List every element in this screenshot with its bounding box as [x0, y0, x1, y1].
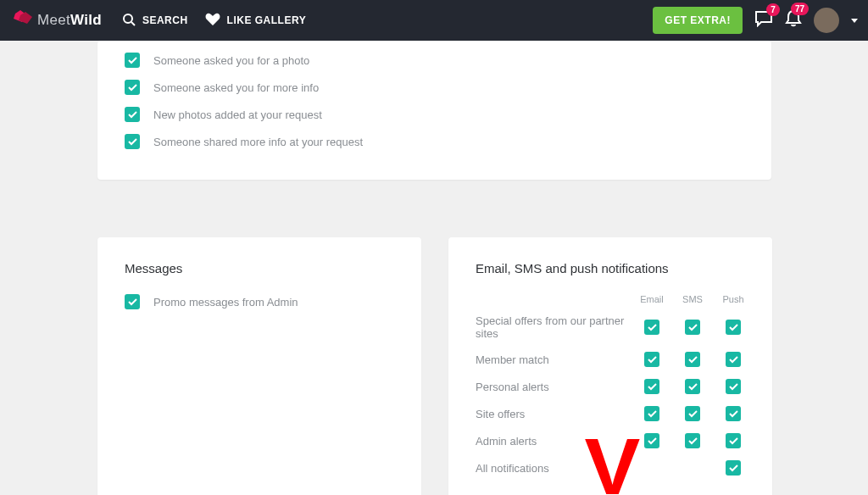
- notif-label: All notifications: [476, 462, 640, 475]
- checkbox-sms[interactable]: [685, 433, 700, 448]
- nav-like-label: LIKE GALLERY: [227, 14, 307, 26]
- col-push: Push: [721, 294, 745, 304]
- col-email: Email: [640, 294, 664, 304]
- nav-search-label: SEARCH: [142, 14, 188, 26]
- search-icon: [122, 13, 136, 29]
- svg-point-0: [124, 14, 132, 23]
- checkbox-sms[interactable]: [685, 352, 700, 367]
- chat-badge: 7: [766, 3, 780, 16]
- notif-label: Member match: [476, 353, 640, 366]
- setting-label: Someone asked you for more info: [153, 81, 319, 94]
- checkbox-sms[interactable]: [685, 320, 700, 335]
- settings-columns: Messages Promo messages from Admin Email…: [97, 237, 772, 495]
- logo-icon: [10, 10, 32, 31]
- notif-row: Personal alerts: [476, 379, 745, 394]
- notifications-button[interactable]: 77: [785, 9, 802, 31]
- get-extra-button[interactable]: GET EXTRA!: [653, 7, 743, 34]
- checkbox-email-empty: [644, 460, 659, 476]
- col-sms: SMS: [681, 294, 704, 304]
- setting-row: Someone asked you for more info: [125, 80, 744, 95]
- notif-row: Special offers from our partner sites: [476, 314, 745, 340]
- setting-row: Someone asked you for a photo: [125, 53, 744, 68]
- messages-card: Messages Promo messages from Admin: [97, 237, 421, 495]
- checkbox-email[interactable]: [644, 406, 659, 421]
- checkbox-push[interactable]: [726, 460, 741, 476]
- notif-row: Admin alerts: [476, 433, 745, 448]
- checkbox-sms[interactable]: [685, 379, 700, 394]
- checkbox-email[interactable]: [644, 320, 659, 335]
- notif-label: Personal alerts: [476, 381, 640, 393]
- nav-search[interactable]: SEARCH: [122, 13, 188, 29]
- notif-row: Member match: [476, 352, 745, 367]
- header-right: GET EXTRA! 7 77: [653, 7, 858, 34]
- app-header: MeetWild SEARCH LIKE GALLERY GET EXTRA! …: [0, 0, 868, 41]
- svg-line-1: [131, 22, 135, 25]
- checkbox[interactable]: [125, 80, 140, 95]
- setting-label: Someone asked you for a photo: [153, 54, 309, 67]
- checkbox-push[interactable]: [726, 352, 741, 367]
- setting-row: Someone shared more info at your request: [125, 134, 744, 149]
- setting-label: Promo messages from Admin: [153, 296, 298, 309]
- checkbox-email[interactable]: [644, 379, 659, 394]
- top-settings-card: Someone asked you for a photo Someone as…: [97, 41, 771, 180]
- avatar[interactable]: [814, 8, 839, 33]
- checkbox-email[interactable]: [644, 433, 659, 448]
- checkbox[interactable]: [125, 294, 140, 309]
- checkbox-sms-empty: [685, 460, 700, 476]
- notif-row: All notifications: [476, 460, 745, 476]
- notifications-title: Email, SMS and push notifications: [476, 261, 745, 275]
- profile-menu-caret[interactable]: [851, 19, 858, 23]
- notif-row: Site offers: [476, 406, 745, 421]
- heart-icon: [205, 13, 220, 29]
- messages-title: Messages: [125, 261, 394, 275]
- notif-label: Special offers from our partner sites: [476, 314, 640, 340]
- notifications-card: Email, SMS and push notifications Email …: [448, 237, 772, 495]
- brand-text: MeetWild: [37, 12, 102, 29]
- checkbox-sms[interactable]: [685, 406, 700, 421]
- checkbox-email[interactable]: [644, 352, 659, 367]
- setting-row: Promo messages from Admin: [125, 294, 394, 309]
- brand-logo[interactable]: MeetWild: [10, 10, 102, 31]
- checkbox-push[interactable]: [726, 379, 741, 394]
- notif-label: Site offers: [476, 408, 640, 420]
- notif-label: Admin alerts: [476, 435, 640, 448]
- checkbox-push[interactable]: [726, 406, 741, 421]
- notif-columns: Email SMS Push: [476, 294, 745, 304]
- checkbox[interactable]: [125, 107, 140, 122]
- setting-row: New photos added at your request: [125, 107, 744, 122]
- nav-like-gallery[interactable]: LIKE GALLERY: [205, 13, 307, 29]
- setting-label: Someone shared more info at your request: [153, 136, 363, 148]
- setting-label: New photos added at your request: [153, 108, 322, 121]
- checkbox[interactable]: [125, 53, 140, 68]
- checkbox-push[interactable]: [726, 320, 741, 335]
- chat-button[interactable]: 7: [754, 10, 773, 31]
- notifications-badge: 77: [791, 3, 809, 15]
- checkbox-push[interactable]: [726, 433, 741, 448]
- checkbox[interactable]: [125, 134, 140, 149]
- header-nav: SEARCH LIKE GALLERY: [122, 13, 306, 29]
